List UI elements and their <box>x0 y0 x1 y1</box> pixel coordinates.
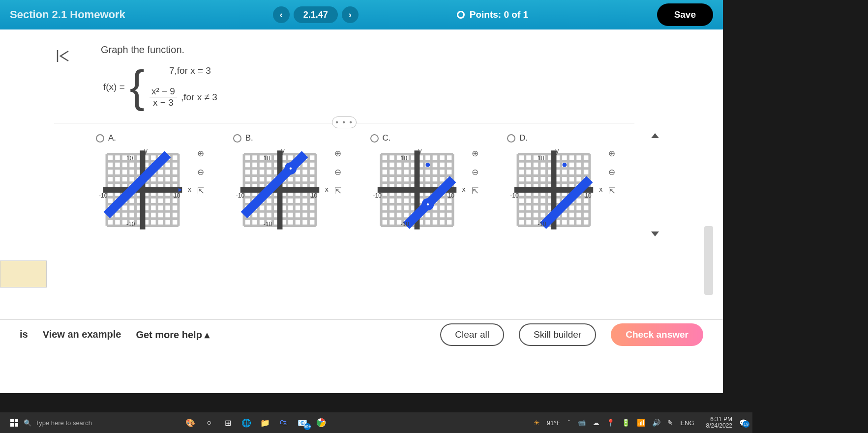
skill-builder-button[interactable]: Skill builder <box>519 323 596 346</box>
piece2-numerator: x² − 9 <box>150 86 177 97</box>
svg-point-84 <box>425 202 430 207</box>
is-label: is <box>20 329 28 340</box>
onedrive-icon[interactable]: ☁ <box>593 419 599 427</box>
tick-x-neg: -10 <box>373 192 382 199</box>
search-placeholder: Type here to search <box>35 419 92 427</box>
radio-c[interactable] <box>370 134 379 143</box>
zoom-out-button[interactable]: ⊖ <box>331 166 344 178</box>
svg-point-56 <box>288 163 293 167</box>
weather-temp[interactable]: 91°F <box>547 419 561 427</box>
tick-y-neg: -10 <box>126 221 135 228</box>
options-scroll <box>651 133 659 236</box>
notifications-icon[interactable]: 💬19 <box>739 419 748 427</box>
tick-y-pos: 10 <box>126 155 133 162</box>
tick-y-pos: 10 <box>264 155 270 162</box>
svg-rect-117 <box>15 423 18 427</box>
taskbar-app-icon[interactable]: 🎨 <box>184 416 197 429</box>
piece2-denominator: x − 3 <box>153 97 174 108</box>
taskbar-clock[interactable]: 6:31 PM 8/24/2022 <box>706 416 732 429</box>
tick-y-neg: -10 <box>538 221 546 228</box>
wifi-icon[interactable]: 📶 <box>637 419 645 427</box>
popout-button[interactable]: ⇱ <box>331 184 344 197</box>
tick-y-neg: -10 <box>401 221 409 228</box>
svg-point-85 <box>425 163 430 167</box>
points-status-icon <box>457 11 465 19</box>
vertical-scrollbar[interactable] <box>704 226 713 295</box>
piece1-value: 7, <box>169 65 177 76</box>
edge-icon[interactable]: 🌐 <box>240 416 253 429</box>
chrome-icon[interactable] <box>315 416 328 429</box>
zoom-out-button[interactable]: ⊖ <box>605 166 618 178</box>
zoom-in-button[interactable]: ⊕ <box>469 147 481 160</box>
language-indicator[interactable]: ENG <box>680 419 694 427</box>
homework-title: Section 2.1 Homework <box>10 8 125 21</box>
piece2-condition: for x ≠ 3 <box>183 92 217 103</box>
save-button[interactable]: Save <box>657 3 713 26</box>
store-icon[interactable]: 🛍 <box>277 416 290 429</box>
task-view-icon[interactable]: ⊞ <box>221 416 234 429</box>
clock-date: 8/24/2022 <box>706 423 732 429</box>
mail-icon[interactable]: 📧99+ <box>296 416 309 429</box>
points-label: Points: 0 of 1 <box>470 9 528 20</box>
option-b: B. y x 10 -10 -10 10 <box>233 133 360 233</box>
piece1-condition: for x = 3 <box>177 65 211 76</box>
tick-x-neg: -10 <box>99 192 107 199</box>
popout-button[interactable]: ⇱ <box>605 184 618 197</box>
radio-b[interactable] <box>233 134 241 143</box>
check-answer-button[interactable]: Check answer <box>611 323 703 346</box>
scroll-up-button[interactable] <box>651 133 659 138</box>
expand-more-button[interactable]: • • • <box>332 116 357 128</box>
app-window: Section 2.1 Homework ‹ 2.1.47 › Points: … <box>0 0 723 393</box>
option-d: D. y x 10 -10 -10 10 <box>507 133 634 233</box>
popout-button[interactable]: ⇱ <box>469 184 481 197</box>
svg-rect-115 <box>15 419 18 422</box>
zoom-in-button[interactable]: ⊕ <box>194 147 207 160</box>
chevron-up-icon[interactable]: ˄ <box>567 419 570 427</box>
footer-toolbar: is View an example Get more help ▴ Clear… <box>0 319 723 349</box>
volume-icon[interactable]: 🔊 <box>652 419 660 427</box>
explorer-icon[interactable]: 📁 <box>259 416 271 429</box>
taskbar-search[interactable]: 🔍 Type here to search <box>24 419 151 427</box>
radio-a[interactable] <box>96 134 104 143</box>
problem-prompt: Graph the function. <box>101 44 634 56</box>
start-button[interactable] <box>8 416 21 429</box>
option-c: C. y x 10 -10 -10 10 <box>370 133 498 233</box>
piecewise-brace: { <box>130 67 145 107</box>
next-question-button[interactable]: › <box>342 6 359 23</box>
svg-point-27 <box>151 163 156 167</box>
zoom-in-button[interactable]: ⊕ <box>605 147 618 160</box>
prev-question-button[interactable]: ‹ <box>273 6 290 23</box>
get-more-help-button[interactable]: Get more help ▴ <box>136 329 210 341</box>
radio-d[interactable] <box>507 134 515 143</box>
label-b: B. <box>245 133 253 143</box>
zoom-out-button[interactable]: ⊖ <box>469 166 481 178</box>
pen-icon[interactable]: ✎ <box>667 419 673 427</box>
cortana-icon[interactable]: ○ <box>203 416 215 429</box>
x-axis-label: x <box>462 185 466 193</box>
popout-button[interactable]: ⇱ <box>194 184 207 197</box>
label-a: A. <box>108 133 116 143</box>
y-axis-label: y <box>555 147 559 155</box>
tick-y-pos: 10 <box>538 155 544 162</box>
y-axis-label: y <box>144 147 148 155</box>
side-panel-tab[interactable] <box>0 260 47 288</box>
meet-now-icon[interactable]: 📹 <box>577 419 586 427</box>
function-definition: f(x) = { 7, for x = 3 x² − 9 x − 3 , for… <box>103 65 634 108</box>
location-icon[interactable]: 📍 <box>606 419 615 427</box>
clear-all-button[interactable]: Clear all <box>440 323 504 346</box>
svg-rect-114 <box>10 419 14 422</box>
notif-count: 19 <box>743 421 749 428</box>
collapse-panel-button[interactable] <box>57 49 71 66</box>
view-example-button[interactable]: View an example <box>43 329 121 340</box>
zoom-out-button[interactable]: ⊖ <box>194 166 207 178</box>
question-nav: ‹ 2.1.47 › <box>273 6 359 23</box>
graph-b: y x 10 -10 -10 10 <box>233 147 327 233</box>
svg-line-24 <box>107 154 168 215</box>
scroll-down-button[interactable] <box>651 231 659 236</box>
header-bar: Section 2.1 Homework ‹ 2.1.47 › Points: … <box>0 0 723 29</box>
svg-line-52 <box>244 154 305 215</box>
battery-icon[interactable]: 🔋 <box>622 419 630 427</box>
weather-icon[interactable]: ☀ <box>534 419 540 427</box>
tick-x-neg: -10 <box>236 192 244 199</box>
zoom-in-button[interactable]: ⊕ <box>331 147 344 160</box>
